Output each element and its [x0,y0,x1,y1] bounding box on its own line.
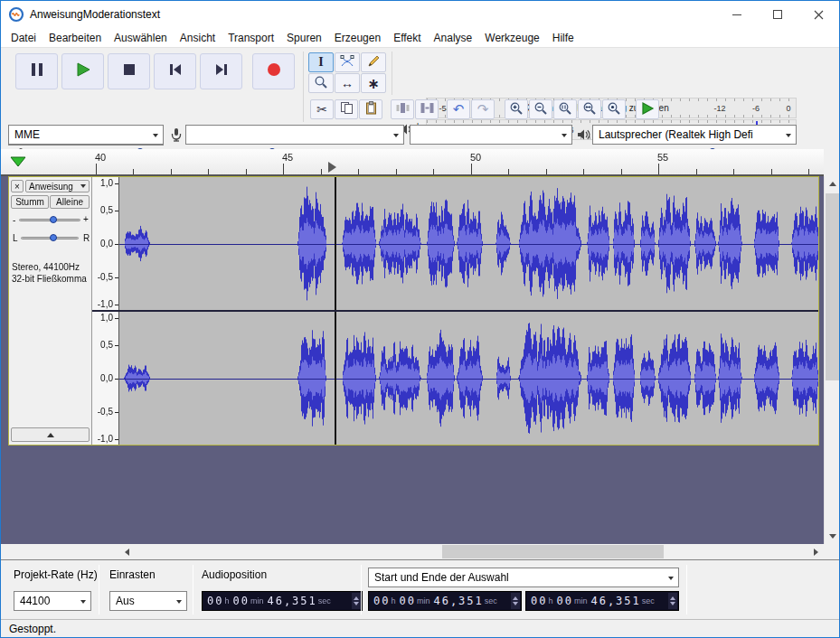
solo-label: Alleine [56,197,83,207]
scroll-down-button[interactable] [825,529,840,544]
vertical-scrollbar[interactable] [824,176,839,544]
meter-scale-label: -6 [752,104,760,113]
solo-button[interactable]: Alleine [50,195,90,209]
menu-datei[interactable]: Datei [5,30,42,46]
pause-button[interactable] [15,53,58,89]
timeline-ticks[interactable] [80,149,821,174]
time-digits: 00 [207,595,223,607]
redo-button[interactable]: ↷ [471,99,495,119]
menu-effekt[interactable]: Effekt [387,30,427,46]
recording-device-combo[interactable] [185,125,404,145]
horizontal-scroll-thumb[interactable] [442,545,664,558]
silence-audio-button[interactable] [415,99,439,119]
zoom-selection-icon [558,101,572,118]
envelope-tool-button[interactable] [335,52,360,72]
stop-button[interactable] [108,53,150,89]
play-button[interactable] [61,53,104,89]
time-digits: 00 [399,595,415,607]
scroll-right-button[interactable] [808,544,824,559]
zoom-in-button[interactable] [505,99,528,119]
slider-thumb[interactable] [50,234,57,241]
pause-icon [29,61,45,81]
horizontal-scrollbar[interactable] [1,544,824,559]
zoom-toggle-button[interactable] [602,99,626,119]
audacity-window: AnweisungModerationstext Datei Bearbeite… [0,0,840,638]
menu-auswaehlen[interactable]: Auswählen [108,30,174,46]
time-spinner-icon[interactable] [668,593,677,609]
menu-analyse[interactable]: Analyse [428,30,479,46]
menu-spuren[interactable]: Spuren [280,30,328,46]
project-rate-label: Projekt-Rate (Hz) [14,568,98,581]
cut-button[interactable]: ✂ [310,99,334,119]
audio-host-combo[interactable]: MME [8,125,164,145]
draw-tool-button[interactable] [361,52,386,72]
chevron-down-icon [153,134,158,137]
pinned-play-head-icon[interactable] [9,155,27,172]
chevron-down-icon [562,134,567,137]
menu-ansicht[interactable]: Ansicht [174,30,222,46]
track-close-button[interactable]: × [11,180,24,192]
menu-werkzeuge[interactable]: Werkzeuge [478,30,545,46]
skip-to-end-button[interactable] [200,53,242,89]
selection-tool-button[interactable]: I [308,52,334,72]
toolbar-separator [392,52,392,95]
undo-button[interactable]: ↶ [447,99,470,119]
time-digits: 46,351 [433,595,483,607]
timeline-ruler[interactable]: 40 45 50 55 [1,149,824,176]
menu-hilfe[interactable]: Hilfe [546,30,580,46]
track-collapse-button[interactable] [11,427,90,442]
pan-left-label: L [13,233,18,243]
audio-position-display[interactable]: 00h00min46,351sec [202,591,363,611]
toolbar-separator [303,52,304,122]
meter-scale-label: 0 [786,104,790,113]
device-toolbar: MME Lautsprecher (Realtek High Defi [1,125,839,146]
track-format-info: Stereo, 44100Hz [12,262,80,272]
maximize-button[interactable] [758,1,798,28]
record-button[interactable] [252,53,295,89]
mute-button[interactable]: Stumm [11,195,49,209]
pan-slider[interactable] [21,230,79,246]
slider-thumb[interactable] [50,216,57,223]
status-bar: Gestoppt. [1,619,839,637]
snap-combo[interactable]: Aus [109,591,187,611]
waveform-channel-left[interactable] [119,177,818,310]
time-digits: 46,351 [590,595,640,607]
play-at-speed-button[interactable] [636,99,659,119]
menu-transport[interactable]: Transport [222,30,280,46]
trim-audio-button[interactable] [391,99,414,119]
time-unit: h [224,596,229,605]
skip-to-start-button[interactable] [154,53,196,89]
zoom-out-button[interactable] [529,99,552,119]
zoom-fit-button[interactable] [578,99,601,119]
scroll-up-button[interactable] [825,176,840,192]
scroll-left-button[interactable] [119,544,135,559]
gain-slider[interactable] [19,211,80,228]
paste-button[interactable] [359,99,382,119]
multi-tool-button[interactable]: ∗ [361,73,386,93]
waveform-channel-right[interactable] [119,312,818,445]
zoom-tool-button[interactable] [308,73,334,93]
speaker-icon [576,127,590,145]
menu-erzeugen[interactable]: Erzeugen [328,30,387,46]
time-spinner-icon[interactable] [352,593,361,609]
close-button[interactable] [798,1,839,28]
zoom-selection-button[interactable] [553,99,577,119]
vertical-scroll-thumb[interactable] [826,193,839,380]
project-rate-combo[interactable]: 44100 [14,591,91,611]
left-right-arrow-icon: ↔ [341,76,354,90]
selection-end-display[interactable]: 00h00min46,351sec [525,591,679,611]
minimize-button[interactable] [717,1,758,28]
recording-channels-combo[interactable] [410,125,572,145]
track-name-menu[interactable]: Anweisung [25,180,90,192]
copy-button[interactable] [335,99,358,119]
chevron-down-icon [176,600,182,604]
selection-mode-combo[interactable]: Start und Ende der Auswahl [368,568,679,587]
playback-device-combo[interactable]: Lautsprecher (Realtek High Defi [592,125,797,145]
up-arrow-icon [829,182,836,186]
skip-to-start-icon [167,61,184,81]
clipboard-icon [364,101,378,117]
time-spinner-icon[interactable] [511,593,520,609]
selection-start-display[interactable]: 00h00min46,351sec [368,591,522,611]
time-shift-tool-button[interactable]: ↔ [335,73,360,93]
menu-bearbeiten[interactable]: Bearbeiten [42,30,108,46]
